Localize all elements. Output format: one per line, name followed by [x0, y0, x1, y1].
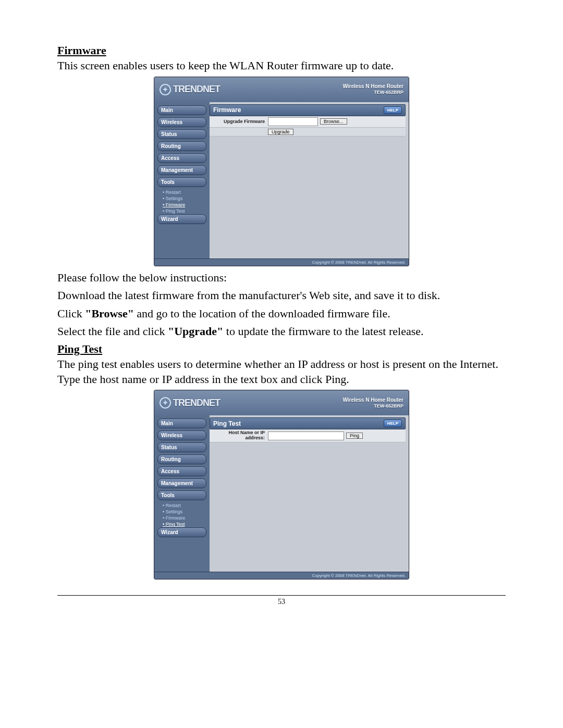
router-header: ✦ TRENDNET Wireless N Home Router TEW-65…: [154, 390, 409, 415]
nav-tools[interactable]: Tools: [157, 490, 206, 500]
instructions-lead: Please follow the below instructions:: [57, 270, 506, 286]
sidebar: Main Wireless Status Routing Access Mana…: [154, 102, 210, 258]
subnav-restart[interactable]: Restart: [157, 189, 206, 195]
nav-management[interactable]: Management: [157, 165, 206, 175]
subnav-ping[interactable]: Ping Test: [157, 521, 206, 527]
brand-logo: ✦ TRENDNET: [160, 84, 220, 95]
content-blank: [210, 442, 406, 557]
sidebar: Main Wireless Status Routing Access Mana…: [154, 415, 210, 572]
ping-row: Host Name or IP address: Ping: [210, 429, 406, 442]
nav-wireless[interactable]: Wireless: [157, 430, 206, 440]
upgrade-firmware-label: Upgrade Firmware: [212, 119, 268, 124]
help-button[interactable]: HELP: [384, 106, 402, 114]
firmware-intro: This screen enables users to keep the WL…: [57, 58, 506, 73]
header-title: Wireless N Home Router: [342, 397, 403, 403]
ping-screenshot: ✦ TRENDNET Wireless N Home Router TEW-65…: [154, 390, 409, 579]
model-label: TEW-652BRP: [342, 90, 403, 95]
nav-main[interactable]: Main: [157, 105, 206, 115]
globe-icon: ✦: [160, 397, 171, 409]
content-area: Ping Test HELP Host Name or IP address: …: [210, 415, 409, 572]
nav-wizard[interactable]: Wizard: [157, 214, 206, 224]
help-button[interactable]: HELP: [384, 419, 402, 427]
content-titlebar: Ping Test HELP: [210, 417, 406, 429]
subnav-settings[interactable]: Settings: [157, 195, 206, 202]
instruction-3: Select the file and click "Upgrade" to u…: [57, 324, 506, 339]
page-rule: [57, 595, 506, 596]
ping-host-input[interactable]: [268, 431, 344, 440]
nav-main[interactable]: Main: [157, 418, 206, 428]
nav-wireless[interactable]: Wireless: [157, 117, 206, 127]
brand-text: TRENDNET: [173, 84, 220, 95]
instruction-1: Download the latest firmware from the ma…: [57, 288, 506, 303]
model-label: TEW-652BRP: [342, 403, 403, 409]
ping-intro: The ping test enables users to determine…: [57, 357, 506, 387]
upgrade-firmware-row: Upgrade Firmware Browse...: [210, 116, 406, 128]
subnav-restart[interactable]: Restart: [157, 502, 206, 509]
ping-button[interactable]: Ping: [346, 433, 363, 439]
upgrade-action-row: Upgrade: [210, 128, 406, 137]
instruction-2: Click "Browse" and go to the location of…: [57, 306, 506, 322]
firmware-file-input[interactable]: [268, 117, 318, 126]
page-number: 53: [57, 598, 506, 606]
subnav-firmware[interactable]: Firmware: [157, 202, 206, 208]
nav-access[interactable]: Access: [157, 153, 206, 163]
nav-management[interactable]: Management: [157, 478, 206, 488]
nav-tools[interactable]: Tools: [157, 177, 206, 187]
nav-routing[interactable]: Routing: [157, 454, 206, 464]
content-title: Ping Test: [213, 420, 241, 427]
content-blank: [210, 137, 406, 241]
subnav-ping[interactable]: Ping Test: [157, 208, 206, 214]
firmware-screenshot: ✦ TRENDNET Wireless N Home Router TEW-65…: [154, 77, 409, 266]
firmware-heading: Firmware: [57, 44, 506, 57]
brand-text: TRENDNET: [173, 398, 220, 409]
nav-wizard[interactable]: Wizard: [157, 527, 206, 537]
header-title: Wireless N Home Router: [342, 83, 403, 90]
brand-logo: ✦ TRENDNET: [160, 397, 220, 409]
globe-icon: ✦: [160, 84, 171, 95]
header-right: Wireless N Home Router TEW-652BRP: [342, 397, 403, 409]
nav-status[interactable]: Status: [157, 129, 206, 139]
router-header: ✦ TRENDNET Wireless N Home Router TEW-65…: [154, 77, 409, 102]
nav-routing[interactable]: Routing: [157, 141, 206, 151]
content-titlebar: Firmware HELP: [210, 104, 406, 116]
header-right: Wireless N Home Router TEW-652BRP: [342, 83, 403, 95]
router-footer: Copyright © 2008 TRENDnet. All Rights Re…: [154, 572, 409, 579]
nav-access[interactable]: Access: [157, 466, 206, 476]
content-title: Firmware: [213, 106, 241, 114]
router-footer: Copyright © 2008 TRENDnet. All Rights Re…: [154, 258, 409, 266]
ping-label: Host Name or IP address:: [212, 430, 268, 441]
subnav-settings[interactable]: Settings: [157, 509, 206, 515]
content-area: Firmware HELP Upgrade Firmware Browse...: [210, 102, 409, 258]
nav-status[interactable]: Status: [157, 442, 206, 452]
upgrade-button[interactable]: Upgrade: [268, 129, 293, 135]
ping-heading: Ping Test: [57, 342, 506, 356]
browse-button[interactable]: Browse...: [320, 118, 347, 125]
subnav-firmware[interactable]: Firmware: [157, 515, 206, 521]
